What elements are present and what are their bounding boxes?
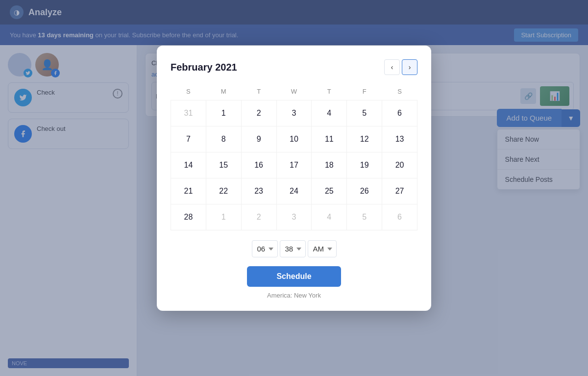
prev-month-button[interactable]: ‹ (384, 59, 400, 75)
weekday-thu: T (312, 85, 347, 100)
cal-cell: 3 (276, 100, 312, 126)
cal-day[interactable]: 28 (171, 204, 206, 230)
cal-day[interactable]: 24 (277, 178, 312, 204)
timezone-label: America: New York (171, 292, 417, 299)
calendar-row-2: 7 8 9 10 11 12 13 (171, 126, 417, 152)
cal-day[interactable]: 7 (171, 126, 206, 152)
calendar-title: February 2021 (171, 62, 237, 73)
time-row: 06 38 AM PM (171, 240, 417, 257)
cal-day[interactable]: 23 (242, 178, 276, 204)
cal-day[interactable]: 6 (382, 100, 417, 126)
weekday-fri: F (347, 85, 382, 100)
cal-day[interactable]: 10 (277, 126, 312, 152)
cal-cell: 2 (241, 100, 276, 126)
calendar-grid: S M T W T F S 31 1 2 3 4 5 6 (171, 85, 417, 230)
weekday-sun: S (171, 85, 206, 100)
cal-day[interactable]: 5 (347, 100, 382, 126)
cal-cell: 6 (382, 100, 417, 126)
calendar-header: February 2021 ‹ › (171, 59, 417, 75)
cal-day[interactable]: 5 (347, 204, 382, 230)
weekday-mon: M (206, 85, 241, 100)
cal-day[interactable]: 17 (277, 152, 312, 178)
minute-select[interactable]: 38 (280, 240, 306, 257)
cal-day[interactable]: 21 (171, 178, 206, 204)
weekday-tue: T (241, 85, 276, 100)
cal-day[interactable]: 16 (242, 152, 276, 178)
cal-day[interactable]: 4 (312, 100, 346, 126)
cal-day[interactable]: 13 (382, 126, 417, 152)
cal-day[interactable]: 22 (206, 178, 241, 204)
cal-day[interactable]: 12 (347, 126, 382, 152)
cal-cell: 5 (347, 100, 382, 126)
calendar-row-5: 28 1 2 3 4 5 6 (171, 204, 417, 230)
weekday-sat: S (382, 85, 417, 100)
cal-day[interactable]: 20 (382, 152, 417, 178)
hour-select[interactable]: 06 (252, 240, 278, 257)
weekday-header-row: S M T W T F S (171, 85, 417, 100)
cal-day[interactable]: 14 (171, 152, 206, 178)
cal-cell: 4 (312, 100, 347, 126)
schedule-button[interactable]: Schedule (247, 266, 341, 287)
modal-overlay: February 2021 ‹ › S M T W T F S (0, 0, 588, 376)
cal-day[interactable]: 3 (277, 100, 312, 126)
cal-day[interactable]: 15 (206, 152, 241, 178)
cal-cell: 1 (206, 100, 241, 126)
cal-day[interactable]: 18 (312, 152, 346, 178)
cal-day[interactable]: 19 (347, 152, 382, 178)
cal-day[interactable]: 3 (277, 204, 312, 230)
next-month-button[interactable]: › (402, 59, 417, 75)
cal-day[interactable]: 6 (382, 204, 417, 230)
cal-day[interactable]: 27 (382, 178, 417, 204)
cal-day[interactable]: 1 (206, 204, 241, 230)
period-select[interactable]: AM PM (308, 240, 337, 257)
cal-cell: 31 (171, 100, 206, 126)
calendar-row-3: 14 15 16 17 18 19 20 (171, 152, 417, 178)
cal-day[interactable]: 2 (242, 100, 276, 126)
cal-day[interactable]: 9 (242, 126, 276, 152)
cal-day[interactable]: 4 (312, 204, 346, 230)
cal-day[interactable]: 8 (206, 126, 241, 152)
cal-day[interactable]: 25 (312, 178, 346, 204)
cal-day[interactable]: 11 (312, 126, 346, 152)
weekday-wed: W (276, 85, 312, 100)
calendar-nav: ‹ › (384, 59, 417, 75)
cal-day[interactable]: 2 (242, 204, 276, 230)
calendar-row-4: 21 22 23 24 25 26 27 (171, 178, 417, 204)
calendar-row-1: 31 1 2 3 4 5 6 (171, 100, 417, 126)
calendar-modal: February 2021 ‹ › S M T W T F S (157, 46, 431, 311)
cal-day[interactable]: 1 (206, 100, 241, 126)
cal-day[interactable]: 26 (347, 178, 382, 204)
cal-day[interactable]: 31 (171, 100, 206, 126)
